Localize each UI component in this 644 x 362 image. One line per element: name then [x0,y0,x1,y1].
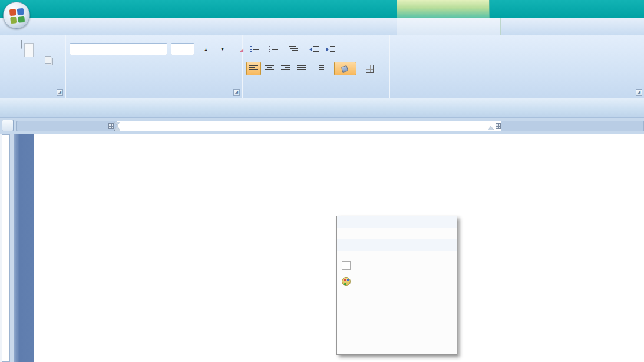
clipboard-dialog-launcher[interactable]: ◢ [57,89,63,96]
indent-lines-icon2 [330,46,335,52]
align-center-icon [265,65,274,72]
styles-group: ◢ [390,35,644,98]
align-left-button[interactable] [246,62,261,75]
left-indent-marker[interactable] [114,130,120,131]
paste-icon [21,40,22,49]
copy-button[interactable] [39,56,57,69]
theme-variants-grid [337,232,457,236]
copy-icon [45,56,51,64]
line-spacing-button[interactable] [312,62,332,75]
shading-button[interactable] [334,62,356,75]
table-tools-chip [397,0,490,18]
title-bar[interactable] [0,0,644,18]
table-column-marker-right-icon[interactable] [496,123,501,129]
menu-gutter-line [356,258,356,274]
clipboard-group: ◢ [0,35,65,98]
borders-button[interactable] [359,62,381,75]
justify-icon [297,65,306,72]
more-colors-item[interactable] [337,274,457,289]
align-center-button[interactable] [262,62,277,75]
standard-colors-header [337,239,457,251]
shrink-font-button[interactable]: ▾ [215,42,230,56]
justify-button[interactable] [294,62,309,75]
menu-gutter-line2 [356,274,356,289]
office-logo-icon [9,8,25,24]
word-window: ◢ ▴ ▾ ◢ ◢ [0,0,644,362]
cut-button[interactable] [39,41,57,54]
decrease-indent-icon [309,47,312,52]
right-indent-marker[interactable] [488,126,494,130]
paste-button[interactable] [8,40,35,91]
show-marks-button[interactable] [359,42,374,56]
shading-color-menu [336,216,457,355]
font-dialog-launcher[interactable]: ◢ [233,89,240,96]
multilevel-list-button[interactable] [284,42,303,56]
bullets-icon [250,46,259,52]
document-background [10,134,34,362]
document-area [0,134,644,362]
align-right-button[interactable] [278,62,293,75]
numbering-button[interactable] [265,42,283,56]
indent-lines-icon [313,46,319,52]
tab-selector[interactable] [2,120,14,131]
palette-icon [342,277,351,286]
multilevel-list-icon [289,46,298,52]
vertical-ruler[interactable] [2,134,10,362]
horizontal-ruler[interactable] [16,121,644,131]
decrease-indent-button[interactable] [306,42,322,56]
theme-colors-header [337,216,457,228]
increase-indent-button[interactable] [323,42,338,56]
increase-indent-icon [326,47,329,52]
office-button[interactable] [3,2,30,29]
quick-access-toolbar [0,98,644,118]
align-right-icon [281,65,290,72]
sort-button[interactable] [342,42,357,56]
table-column-marker-left-icon[interactable] [108,123,114,129]
ruler-text-area [117,121,501,131]
borders-icon [366,65,374,73]
font-name-combo[interactable] [70,43,167,55]
line-spacing-lines-icon [319,65,324,72]
grow-font-button[interactable]: ▴ [198,42,214,56]
styles-dialog-launcher[interactable]: ◢ [636,89,642,96]
font-group: ▴ ▾ ◢ ◢ [66,35,242,98]
shading-bucket-icon [341,65,348,72]
menu-divider2 [337,256,457,256]
numbering-icon [269,46,278,52]
ruler-row [0,118,644,134]
paragraph-group [243,35,389,98]
ribbon: ◢ ▴ ▾ ◢ ◢ [0,35,644,98]
no-color-icon [342,261,351,270]
format-painter-button[interactable] [39,70,57,83]
standard-colors-row [337,251,457,255]
contextual-tabs-background [397,18,501,35]
no-color-item[interactable] [337,258,457,274]
first-line-indent-marker[interactable] [114,122,120,126]
menu-divider [337,238,457,238]
align-left-icon [249,65,258,72]
ribbon-tab-row [0,18,644,35]
bullets-button[interactable] [246,42,264,56]
font-size-combo[interactable] [171,43,194,55]
clipboard-small-buttons [39,40,61,83]
